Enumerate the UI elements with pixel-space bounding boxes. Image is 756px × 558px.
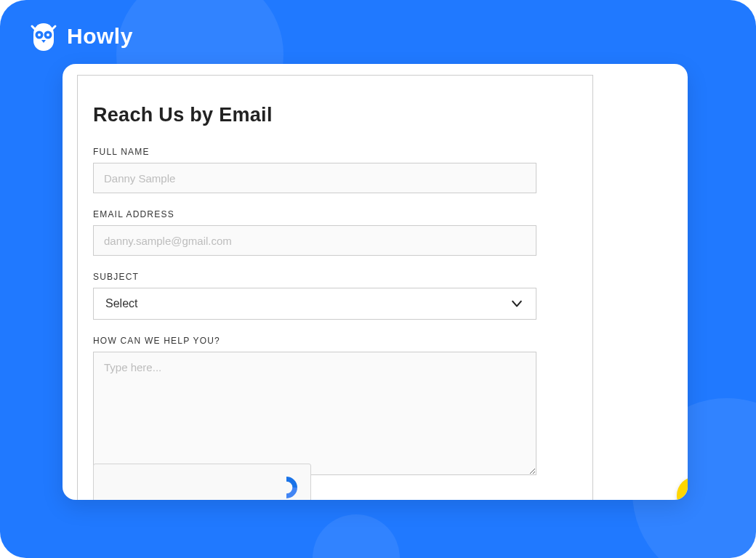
- fullname-input[interactable]: [93, 163, 536, 193]
- contact-form: Reach Us by Email FULL NAME EMAIL ADDRES…: [77, 75, 593, 494]
- decorative-circle: [313, 514, 400, 558]
- subject-selected-value: Select: [105, 297, 137, 310]
- form-title: Reach Us by Email: [93, 104, 577, 126]
- email-label: EMAIL ADDRESS: [93, 209, 577, 219]
- recaptcha-widget[interactable]: [93, 464, 311, 500]
- subject-label: SUBJECT: [93, 272, 577, 282]
- content-card: Reach Us by Email FULL NAME EMAIL ADDRES…: [63, 64, 688, 500]
- brand-logo: Howly: [28, 20, 133, 52]
- svg-point-2: [38, 33, 41, 36]
- email-input[interactable]: [93, 225, 536, 256]
- message-label: HOW CAN WE HELP YOU?: [93, 336, 577, 346]
- field-email: EMAIL ADDRESS: [93, 209, 577, 256]
- chevron-down-icon: [510, 296, 524, 311]
- field-message: HOW CAN WE HELP YOU?: [93, 336, 577, 478]
- message-textarea[interactable]: [93, 352, 536, 475]
- subject-select[interactable]: Select: [93, 288, 536, 320]
- page-background: Howly Reach Us by Email FULL NAME EMAIL …: [0, 0, 756, 558]
- field-fullname: FULL NAME: [93, 147, 577, 193]
- field-subject: SUBJECT Select: [93, 272, 577, 320]
- brand-name: Howly: [67, 24, 133, 49]
- owl-icon: [28, 20, 60, 52]
- svg-point-3: [47, 33, 49, 36]
- fullname-label: FULL NAME: [93, 147, 577, 157]
- recaptcha-icon: [270, 469, 303, 500]
